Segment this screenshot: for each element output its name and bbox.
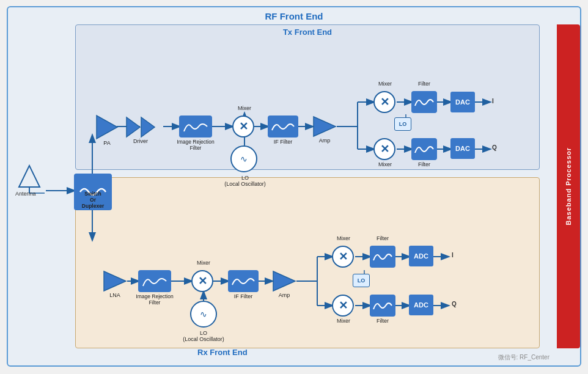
rx-amp-label: Amp bbox=[276, 292, 293, 298]
rx-lo-small: LO bbox=[353, 274, 370, 287]
rx-filter-top-label: Filter bbox=[369, 235, 397, 241]
tx-dac-i: DAC bbox=[450, 92, 475, 112]
rx-if-filter bbox=[228, 270, 259, 292]
rx-lo-label: LO(Local Oscillator) bbox=[174, 330, 233, 342]
tx-filter-bot-label: Filter bbox=[410, 161, 438, 167]
rx-mixer-top-label: Mixer bbox=[330, 235, 357, 241]
rx-adc-i: ADC bbox=[409, 246, 433, 266]
tx-filter-top-label: Filter bbox=[410, 81, 438, 87]
rx-box bbox=[75, 177, 540, 348]
baseband-bar: Baseband Processor bbox=[557, 24, 580, 348]
antenna-icon: Antenna bbox=[14, 163, 45, 196]
svg-marker-39 bbox=[19, 166, 40, 187]
rx-amp: Amp bbox=[272, 270, 296, 295]
tx-q-label: Q bbox=[492, 144, 497, 151]
tx-mixer-bot: ✕ bbox=[373, 138, 395, 160]
tx-mixer-main-label: Mixer bbox=[228, 105, 261, 111]
rx-i-label: I bbox=[452, 252, 454, 258]
svg-marker-55 bbox=[273, 271, 295, 291]
switch-duplexer: SwitchOrDuplexer bbox=[74, 174, 112, 210]
rx-mixer-top: ✕ bbox=[332, 246, 354, 268]
rf-title: RF Front End bbox=[8, 7, 580, 21]
rx-amp-symbol bbox=[272, 270, 296, 292]
rx-filter-bot bbox=[370, 295, 395, 317]
svg-marker-46 bbox=[141, 117, 155, 137]
tx-title: Tx Front End bbox=[76, 25, 539, 37]
tx-mixer-top: ✕ bbox=[373, 91, 395, 113]
rx-title: Rx Front End bbox=[197, 348, 248, 357]
tx-amp: Amp bbox=[312, 116, 337, 140]
rx-adc-q: ADC bbox=[409, 295, 433, 315]
tx-pa: PA bbox=[95, 114, 119, 142]
tx-if-filter bbox=[268, 116, 298, 138]
tx-amp-label: Amp bbox=[316, 138, 333, 144]
rx-filter-top bbox=[370, 246, 395, 268]
antenna-area: Antenna bbox=[14, 163, 45, 199]
tx-mixer-top-label: Mixer bbox=[372, 81, 399, 87]
rx-mixer-bot: ✕ bbox=[332, 295, 354, 317]
tx-lo-main: ∿ bbox=[230, 145, 257, 172]
tx-image-filter-label: Image RejectionFilter bbox=[177, 139, 215, 151]
tx-mixer-main: ✕ bbox=[232, 116, 254, 138]
pa-symbol bbox=[95, 114, 119, 140]
tx-image-filter bbox=[179, 116, 212, 138]
rx-image-filter-label: Image RejectionFilter bbox=[135, 293, 174, 306]
baseband-label: Baseband Processor bbox=[565, 147, 572, 225]
rx-mixer-bot-label: Mixer bbox=[330, 318, 357, 324]
svg-marker-52 bbox=[104, 271, 126, 291]
rx-image-filter bbox=[138, 270, 171, 292]
tx-lo-small-label: LO bbox=[399, 121, 407, 127]
tx-amp-symbol bbox=[312, 116, 337, 138]
tx-lo-label: LO(Local Oscillator) bbox=[216, 175, 274, 187]
svg-marker-45 bbox=[127, 117, 140, 137]
main-container: RF Front End Tx Front End Baseband Proce… bbox=[7, 6, 581, 367]
svg-marker-44 bbox=[97, 116, 117, 139]
tx-lo-small: LO bbox=[394, 117, 411, 131]
rx-lo-main: ∿ bbox=[190, 301, 217, 328]
rx-mixer-main: ✕ bbox=[191, 270, 213, 292]
lna-symbol bbox=[103, 270, 127, 292]
tx-i-label: I bbox=[492, 98, 494, 105]
tx-filter-top bbox=[411, 91, 437, 113]
svg-marker-49 bbox=[314, 117, 336, 136]
watermark: 微信号: RF_Center bbox=[498, 353, 549, 362]
tx-dac-q: DAC bbox=[450, 138, 475, 159]
driver-label: Driver bbox=[127, 138, 155, 144]
pa-label: PA bbox=[94, 140, 120, 146]
rx-mixer-main-label: Mixer bbox=[187, 260, 220, 266]
svg-text:Antenna: Antenna bbox=[15, 191, 36, 196]
rx-lna-label: LNA bbox=[105, 292, 125, 298]
tx-mixer-bot-label: Mixer bbox=[372, 161, 399, 167]
rx-lo-small-label: LO bbox=[358, 277, 366, 284]
rx-filter-bot-label: Filter bbox=[369, 318, 397, 324]
switch-label: SwitchOrDuplexer bbox=[74, 191, 112, 210]
rx-q-label: Q bbox=[452, 301, 457, 307]
tx-driver: Driver bbox=[125, 116, 156, 141]
rx-if-filter-label: IF Filter bbox=[227, 293, 260, 299]
driver-symbol bbox=[125, 116, 156, 138]
tx-filter-bot bbox=[411, 138, 437, 160]
rx-lna: LNA bbox=[103, 270, 127, 295]
tx-if-filter-label: IF Filter bbox=[267, 139, 299, 145]
